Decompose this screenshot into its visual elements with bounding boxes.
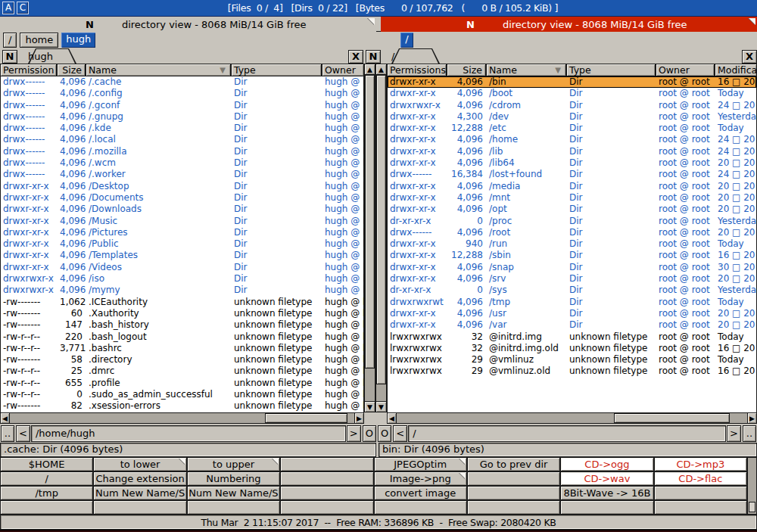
command-button-numbering[interactable]: Numbering [187, 471, 280, 486]
command-button-jpegoptim[interactable]: JPEGOptim [374, 457, 467, 471]
command-button-tmp[interactable]: /tmp [0, 486, 93, 500]
command-button-cd-wav[interactable]: CD->wav [560, 471, 653, 486]
file-row[interactable]: drwx------4,096/.workerDirhugh @ h [1, 169, 363, 180]
right-history-back-button[interactable]: < [393, 425, 407, 442]
scrollbar-thumb[interactable] [749, 502, 755, 512]
right-parent-dir-button[interactable]: .. [743, 425, 756, 442]
command-button-empty[interactable] [467, 486, 560, 500]
command-button-image-png[interactable]: Image->png [374, 471, 467, 486]
left-parent-dir-button[interactable]: .. [1, 425, 14, 442]
command-button-empty[interactable] [280, 500, 373, 515]
file-row[interactable]: drwx------4,096/.wcmDirhugh @ h [1, 157, 363, 169]
command-button-empty[interactable] [93, 500, 186, 515]
left-tab-hugh[interactable]: hugh [28, 48, 76, 64]
command-button-empty[interactable] [280, 486, 373, 500]
command-button-8bit-wave-16b[interactable]: 8Bit-Wave -> 16B [560, 486, 653, 500]
command-button-empty[interactable] [187, 500, 280, 515]
file-row[interactable]: drwxr-xr-x4,096/mediaDirroot @ root20 □ … [388, 181, 756, 192]
command-button-empty[interactable] [374, 500, 467, 515]
file-row[interactable]: drwx------4,096/.gconfDirhugh @ h [1, 100, 363, 111]
right-file-list[interactable]: drwxr-xr-x4,096/binDirroot @ root16 □ 20… [387, 76, 757, 412]
column-header-owner[interactable]: Owner [656, 64, 715, 76]
left-vertical-scrollbar[interactable]: ▲ ▼ [364, 64, 375, 412]
scrollbar-thumb[interactable] [265, 413, 347, 423]
file-row[interactable]: drwxr-xr-x4,096/homeDirroot @ root24 □ 2… [388, 134, 756, 145]
file-row[interactable]: dr-xr-xr-x0/sysDirroot @ rootYesterda [388, 285, 756, 296]
scroll-left-icon[interactable]: ◀ [387, 412, 397, 424]
command-button-empty[interactable] [654, 500, 747, 515]
command-button-cd-mp3[interactable]: CD->mp3 [654, 457, 747, 471]
left-options-button[interactable]: O [363, 425, 376, 442]
file-row[interactable]: -rw-------58.directoryunknown filetypehu… [1, 354, 363, 366]
file-row[interactable]: -rw-r--r--25.dmrcunknown filetypehugh @ … [1, 366, 363, 377]
command-button-empty[interactable] [467, 500, 560, 515]
column-header-modifica[interactable]: Modifica [715, 64, 757, 76]
right-crumb-root-active[interactable]: / [400, 33, 413, 48]
file-row[interactable]: -rw-------60.Xauthorityunknown filetypeh… [1, 308, 363, 319]
command-button-home[interactable]: $HOME [0, 457, 93, 471]
command-button-empty[interactable] [560, 500, 653, 515]
mode-c-button[interactable]: C [17, 2, 29, 14]
scroll-right-icon[interactable]: ▶ [747, 412, 757, 424]
left-path-input[interactable]: /home/hugh [31, 425, 346, 442]
command-button-cd-ogg[interactable]: CD->ogg [560, 457, 653, 471]
file-row[interactable]: drwx------4,096/.kdeDirhugh @ h [1, 123, 363, 134]
column-header-type[interactable]: Type [566, 64, 656, 76]
file-row[interactable]: drwxr-xr-x4,096/MusicDirhugh @ h [1, 216, 363, 227]
file-row[interactable]: lrwxrwxrwx29@vmlinuz.oldunknown filetype… [388, 366, 756, 377]
file-row[interactable]: -rw-------147.bash_historyunknown filety… [1, 319, 363, 331]
file-row[interactable]: drwxr-xr-x4,096/TemplatesDirhugh @ h [1, 250, 363, 261]
left-horizontal-scrollbar[interactable]: ◀ ▶ [0, 412, 364, 424]
scrollbar-thumb[interactable] [376, 75, 386, 384]
file-row[interactable]: drwxr-xr-x12,288/etcDirroot @ rootToday [388, 123, 756, 134]
command-button-empty[interactable] [280, 457, 373, 471]
file-row[interactable]: lrwxrwxrwx32@initrd.img.oldunknown filet… [388, 343, 756, 354]
file-row[interactable]: lrwxrwxrwx32@initrd.imgunknown filetyper… [388, 331, 756, 343]
file-row[interactable]: -rw-------82.xsession-errorsunknown file… [1, 400, 363, 412]
file-row[interactable]: drwxr-xr-x4,096/PicturesDirhugh @ h [1, 227, 363, 238]
file-row[interactable]: lrwxrwxrwx29@vmlinuzunknown filetyperoot… [388, 354, 756, 366]
scroll-right-icon[interactable]: ▶ [354, 412, 364, 424]
file-row[interactable]: drwxrwxrwt4,096/tmpDirroot @ rootToday [388, 297, 756, 308]
file-row-selected[interactable]: drwxr-xr-x4,096/binDirroot @ root16 □ 20 [388, 76, 756, 88]
command-button-cd-flac[interactable]: CD->flac [654, 471, 747, 486]
file-row[interactable]: -rw-------1,062.ICEauthorityunknown file… [1, 297, 363, 308]
file-row[interactable]: drwxr-xr-x4,096/optDirroot @ root20 □ 20 [388, 204, 756, 215]
command-button-convert-image[interactable]: convert image [374, 486, 467, 500]
column-header-name[interactable]: Name▼ [486, 64, 566, 76]
right-pane-header-active[interactable]: N directory view - 8068 MiB/14 GiB free [381, 17, 757, 32]
file-row[interactable]: drwxr-xr-x4,096/bootDirroot @ rootToday [388, 88, 756, 99]
file-row[interactable]: -rw-r--r--3,771.bashrcunknown filetypehu… [1, 343, 363, 354]
column-header-owner[interactable]: Owner [322, 64, 364, 76]
file-row[interactable]: drwxr-xr-x4,096/usrDirroot @ root20 □ 20 [388, 308, 756, 319]
file-row[interactable]: dr-xr-xr-x0/procDirroot @ rootYesterda [388, 216, 756, 227]
file-row[interactable]: drwx------4,096/.localDirhugh @ h [1, 134, 363, 145]
left-crumb-hugh-active[interactable]: hugh [61, 33, 95, 48]
file-row[interactable]: -rw-r--r--655.profileunknown filetypehug… [1, 378, 363, 389]
column-header-size[interactable]: Size [57, 64, 86, 76]
left-history-back-button[interactable]: < [16, 425, 30, 442]
file-row[interactable]: drwxr-xr-x4,096/VideosDirhugh @ h [1, 262, 363, 273]
scroll-left-icon[interactable]: ◀ [0, 412, 10, 424]
right-close-tab-button[interactable]: X [742, 50, 757, 64]
command-button-to-upper[interactable]: to upper [187, 457, 280, 471]
scroll-down-icon[interactable]: ▼ [375, 401, 387, 412]
file-row[interactable]: drwx------16,384/lost+foundDirroot @ roo… [388, 169, 756, 180]
file-row[interactable]: drwxrwxr-x4,096/isoDirhugh @ h [1, 273, 363, 285]
left-crumb-root[interactable]: / [3, 33, 17, 48]
right-tab-root[interactable]: / [391, 48, 440, 64]
file-row[interactable]: drwxr-xr-x4,096/DesktopDirhugh @ h [1, 181, 363, 192]
command-button-to-lower[interactable]: to lower [93, 457, 186, 471]
file-row[interactable]: drwxr-xr-x4,300/devDirroot @ rootYesterd… [388, 111, 756, 123]
file-row[interactable]: drwxr-xr-x4,096/lib64Dirroot @ root20 □ … [388, 157, 756, 169]
left-file-list[interactable]: drwx------4,096/.cacheDirhugh @ hdrwx---… [0, 76, 364, 412]
file-row[interactable]: drwxr-xr-x12,288/sbinDirroot @ root16 □ … [388, 250, 756, 261]
column-header-permissions[interactable]: Permissions [387, 64, 447, 76]
right-options-button[interactable]: O [378, 425, 391, 442]
file-row[interactable]: drwx------4,096/.configDirhugh @ h [1, 88, 363, 99]
column-header-name[interactable]: Name▼ [86, 64, 231, 76]
scrollbar-track[interactable] [364, 75, 375, 401]
file-row[interactable]: drwxr-xr-x4,096/DocumentsDirhugh @ h [1, 192, 363, 204]
command-button-empty[interactable] [0, 500, 93, 515]
file-row[interactable]: drwxrwxr-x4,096/mymyDirhugh @ h [1, 285, 363, 296]
